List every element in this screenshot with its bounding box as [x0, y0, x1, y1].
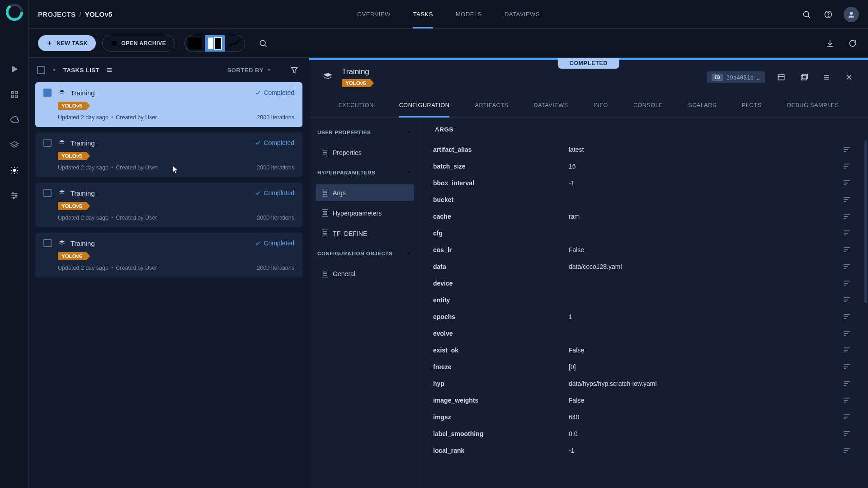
nav-dataviews[interactable]: DATAVIEWS — [505, 0, 540, 28]
svg-point-14 — [13, 197, 14, 198]
avatar[interactable] — [844, 7, 859, 22]
section-config-objects[interactable]: CONFIGURATION OBJECTS — [313, 244, 416, 263]
rail-gear-icon[interactable] — [9, 164, 20, 176]
arg-sort-icon[interactable] — [823, 431, 850, 436]
app-logo[interactable] — [6, 4, 23, 21]
scrollbar[interactable] — [864, 141, 867, 303]
task-tag[interactable]: YOLOv5 — [58, 252, 86, 260]
arg-sort-icon[interactable] — [823, 164, 850, 169]
select-all-checkbox[interactable] — [37, 66, 45, 74]
toolbar-search-icon[interactable] — [257, 37, 269, 50]
section-user-properties[interactable]: USER PROPERTIES — [313, 123, 416, 141]
tab-dataviews[interactable]: DATAVIEWS — [533, 94, 568, 117]
task-card[interactable]: Training Completed YOLOv5 Updated 2 day … — [35, 132, 302, 177]
list-settings-icon[interactable] — [106, 64, 113, 76]
svg-rect-28 — [215, 38, 222, 49]
arg-sort-icon[interactable] — [823, 281, 850, 286]
task-checkbox[interactable] — [43, 89, 52, 97]
arg-sort-icon[interactable] — [823, 214, 850, 219]
arg-key: bbox_interval — [433, 179, 569, 187]
nav-tasks[interactable]: TASKS — [413, 0, 433, 28]
arg-sort-icon[interactable] — [823, 147, 850, 152]
tab-console[interactable]: CONSOLE — [633, 94, 663, 117]
task-checkbox[interactable] — [43, 139, 52, 147]
view-table-icon[interactable] — [185, 35, 205, 52]
arg-row: data data/coco128.yaml — [433, 258, 850, 275]
arg-key: exist_ok — [433, 347, 569, 354]
rail-run-icon[interactable] — [9, 63, 20, 75]
task-meta-left: Updated 2 day sago•Created by User — [58, 265, 157, 271]
breadcrumb[interactable]: PROJECTS / YOLOv5 — [38, 10, 113, 18]
task-tag[interactable]: YOLOv5 — [58, 152, 86, 160]
details-modal-icon[interactable] — [775, 71, 788, 84]
tree-general[interactable]: General — [316, 265, 414, 282]
tree-args[interactable]: Args — [316, 184, 414, 201]
toolbar: NEW TASK OPEN ARCHIVE — [29, 29, 868, 58]
new-task-button[interactable]: NEW TASK — [38, 35, 96, 51]
arg-sort-icon[interactable] — [823, 180, 850, 185]
sort-by-dropdown[interactable]: SORTED BY — [227, 67, 272, 74]
left-rail — [0, 0, 29, 488]
task-checkbox[interactable] — [43, 189, 52, 197]
svg-rect-6 — [15, 95, 17, 98]
download-icon[interactable] — [824, 37, 836, 50]
task-card[interactable]: Training Completed YOLOv5 Updated 2 day … — [35, 82, 302, 127]
task-id-chip[interactable]: ID39a4051e … — [707, 71, 765, 83]
section-hyperparameters[interactable]: HYPERPARAMETERS — [313, 164, 416, 182]
arg-sort-icon[interactable] — [823, 414, 850, 419]
tab-execution[interactable]: EXECUTION — [338, 94, 373, 117]
task-card[interactable]: Training Completed YOLOv5 Updated 2 day … — [35, 233, 302, 277]
tree-properties[interactable]: Properties — [316, 144, 414, 161]
arg-sort-icon[interactable] — [823, 381, 850, 386]
arg-value: ram — [569, 213, 823, 220]
arg-key: hyp — [433, 380, 569, 387]
rail-grid-icon[interactable] — [9, 89, 20, 100]
config-tree: USER PROPERTIES Properties HYPERPARAMETE… — [309, 118, 420, 488]
rail-cloud-icon[interactable] — [9, 114, 20, 126]
arg-sort-icon[interactable] — [823, 197, 850, 202]
arg-sort-icon[interactable] — [823, 364, 850, 369]
svg-line-16 — [808, 16, 810, 18]
rail-sliders-icon[interactable] — [9, 190, 20, 202]
arg-row: imgsz 640 — [433, 408, 850, 425]
tab-configuration[interactable]: CONFIGURATION — [399, 94, 450, 117]
view-split-icon[interactable] — [205, 35, 225, 52]
breadcrumb-project-name[interactable]: YOLOv5 — [85, 10, 113, 18]
rail-layers-icon[interactable] — [9, 139, 20, 151]
arg-sort-icon[interactable] — [823, 448, 850, 453]
refresh-icon[interactable] — [846, 37, 859, 50]
arg-sort-icon[interactable] — [823, 314, 850, 319]
nav-models[interactable]: MODELS — [456, 0, 482, 28]
nav-overview[interactable]: OVERVIEW — [357, 0, 391, 28]
arg-sort-icon[interactable] — [823, 347, 850, 352]
filter-icon[interactable] — [288, 64, 301, 76]
open-archive-button[interactable]: OPEN ARCHIVE — [102, 35, 175, 52]
tab-scalars[interactable]: SCALARS — [688, 94, 717, 117]
tab-plots[interactable]: PLOTS — [742, 94, 762, 117]
arg-sort-icon[interactable] — [823, 297, 850, 302]
new-window-icon[interactable] — [797, 71, 810, 84]
tab-debug[interactable]: DEBUG SAMPLES — [787, 94, 839, 117]
tab-artifacts[interactable]: ARTIFACTS — [475, 94, 508, 117]
arg-sort-icon[interactable] — [823, 331, 850, 336]
arg-sort-icon[interactable] — [823, 247, 850, 252]
task-checkbox[interactable] — [43, 239, 52, 247]
arg-sort-icon[interactable] — [823, 230, 850, 235]
help-icon[interactable] — [822, 8, 835, 21]
tab-info[interactable]: INFO — [594, 94, 608, 117]
task-tag[interactable]: YOLOv5 — [58, 202, 86, 210]
arg-key: device — [433, 280, 569, 287]
task-meta-left: Updated 2 day sago•Created by User — [58, 215, 157, 221]
task-tag[interactable]: YOLOv5 — [58, 102, 86, 110]
detail-tag[interactable]: YOLOv5 — [342, 79, 370, 87]
breadcrumb-projects[interactable]: PROJECTS — [38, 10, 75, 18]
close-icon[interactable] — [843, 71, 855, 84]
search-icon[interactable] — [800, 8, 813, 21]
menu-icon[interactable] — [820, 71, 833, 84]
arg-sort-icon[interactable] — [823, 398, 850, 403]
tree-hyperparameters[interactable]: Hyperparameters — [316, 205, 414, 221]
tree-tfdefine[interactable]: TF_DEFINE — [316, 225, 414, 242]
task-card[interactable]: Training Completed YOLOv5 Updated 2 day … — [35, 183, 302, 227]
view-chart-icon[interactable] — [225, 35, 245, 52]
arg-sort-icon[interactable] — [823, 264, 850, 269]
